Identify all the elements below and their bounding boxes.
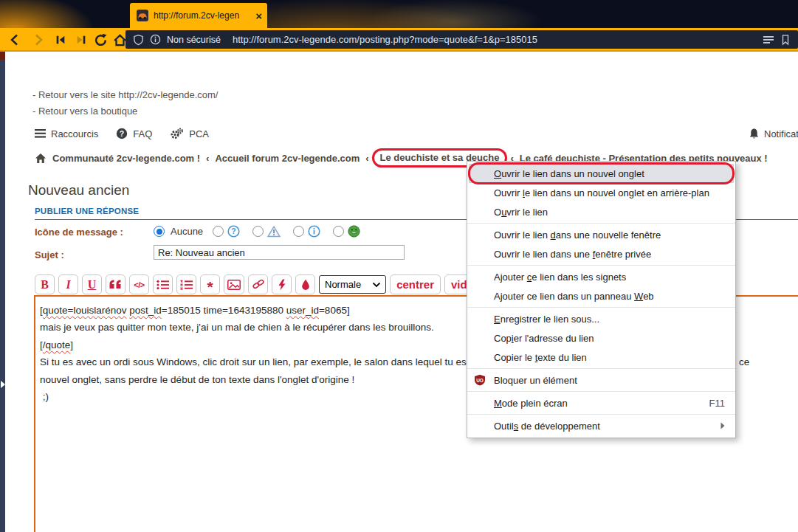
menu-separator <box>467 368 735 369</box>
svg-text:?: ? <box>120 129 124 138</box>
sidebar-edge <box>0 52 5 532</box>
quote-button[interactable] <box>106 274 125 294</box>
menu-item-open-link-new-tab[interactable]: Ouvrir le lien dans un nouvel onglet <box>469 164 734 183</box>
center-button[interactable]: centrer <box>390 274 441 294</box>
font-size-select[interactable]: Normale <box>319 275 386 294</box>
reload-icon <box>94 33 108 47</box>
url-bar[interactable]: Non sécurisé http://forum.2cv-legende.co… <box>125 30 798 49</box>
menu-separator <box>467 223 735 224</box>
shield-icon <box>133 34 144 46</box>
reader-mode-icon[interactable] <box>763 35 774 45</box>
insert-link-button[interactable] <box>248 274 268 294</box>
flash-button[interactable] <box>272 274 292 294</box>
chevron-down-icon <box>373 283 380 287</box>
sidebar-edge-top <box>0 52 5 60</box>
menu-item-label: Ajouter ce lien dans un panneau Web <box>494 291 725 302</box>
link-back-to-shop[interactable]: - Retour vers la boutique <box>32 106 137 117</box>
menu-item-open-link[interactable]: Ouvrir le lien <box>467 202 735 221</box>
menu-separator <box>467 265 735 266</box>
skip-end-button[interactable] <box>72 31 90 49</box>
submenu-arrow-icon <box>720 422 725 429</box>
context-menu: Ouvrir le lien dans un nouvel onglet Ouv… <box>467 161 736 438</box>
menu-item-block-element[interactable]: UO Bloquer un élément <box>467 370 735 390</box>
back-icon <box>8 33 21 46</box>
ublock-icon: UO <box>474 374 486 386</box>
bold-button[interactable]: B <box>35 274 55 294</box>
quick-link-faq[interactable]: FAQ <box>133 128 152 139</box>
bullet-list-button[interactable] <box>153 274 173 294</box>
menu-separator <box>467 414 735 415</box>
breadcrumb-item-forum-home[interactable]: Accueil forum 2cv-legende.com <box>215 153 360 164</box>
list-item-button[interactable]: * <box>200 274 220 294</box>
menu-item-open-link-new-window[interactable]: Ouvrir le lien dans une nouvelle fenêtre <box>467 225 735 244</box>
active-tab[interactable]: http://forum.2cv-legen × <box>130 3 267 28</box>
warning-icon <box>267 226 281 238</box>
radio-icon-question[interactable] <box>213 226 224 237</box>
quote-icon <box>109 280 122 289</box>
breadcrumb-item-community[interactable]: Communauté 2cv-legende.com ! <box>52 153 200 164</box>
menu-item-label: Copier le texte du lien <box>494 352 725 363</box>
quick-links-bar: Raccourcis ? FAQ PCA <box>35 128 209 139</box>
navigation-toolbar: Non sécurisé http://forum.2cv-legende.co… <box>0 28 798 52</box>
quick-link-shortcuts[interactable]: Raccourcis <box>51 128 98 139</box>
green-smiley-icon <box>348 225 360 238</box>
breadcrumb-home-icon <box>35 153 47 164</box>
font-size-value: Normale <box>325 279 361 290</box>
quick-link-pca[interactable]: PCA <box>189 128 209 139</box>
message-icon-label: Icône de message : <box>35 227 123 238</box>
gears-icon <box>170 128 184 139</box>
breadcrumb-separator: ‹ <box>365 153 368 164</box>
underline-button[interactable]: U <box>82 274 102 294</box>
menu-shortcut: F11 <box>709 398 725 409</box>
menu-item-label: Copier l'adresse du lien <box>494 333 725 344</box>
bullet-list-icon <box>156 280 169 290</box>
menu-item-add-link-web-panel[interactable]: Ajouter ce lien dans un panneau Web <box>467 286 735 305</box>
radio-icon-none[interactable] <box>154 226 165 237</box>
svg-text:UO: UO <box>476 378 484 383</box>
insert-image-button[interactable] <box>224 274 244 294</box>
menu-item-label: Ouvrir le lien <box>494 207 725 218</box>
radio-icon-smiley[interactable] <box>333 226 344 237</box>
image-icon <box>227 280 241 290</box>
subject-label: Sujet : <box>35 249 64 260</box>
menu-item-bookmark-link[interactable]: Ajouter ce lien dans les signets <box>467 267 735 286</box>
link-icon <box>252 279 264 290</box>
numbered-list-button[interactable] <box>176 274 196 294</box>
radio-icon-warning[interactable] <box>252 226 264 237</box>
menu-item-label: Ouvrir le lien dans une fenêtre privée <box>494 249 725 260</box>
tab-close-icon[interactable]: × <box>255 10 262 21</box>
svg-text:?: ? <box>231 227 235 235</box>
menu-item-label: Outils de développement <box>494 421 712 432</box>
code-button[interactable]: </> <box>129 274 149 294</box>
notifications-link[interactable]: Notifications <box>749 128 798 139</box>
menu-item-copy-link-address[interactable]: Copier l'adresse du lien <box>467 328 735 348</box>
menu-item-developer-tools[interactable]: Outils de développement <box>467 416 735 435</box>
url-text[interactable]: http://forum.2cv-legende.com/posting.php… <box>233 34 757 45</box>
forward-icon <box>32 33 45 46</box>
subject-input[interactable] <box>154 245 405 260</box>
menu-item-fullscreen-mode[interactable]: Mode plein écran F11 <box>467 393 735 412</box>
menu-item-label: Ouvrir le lien dans un nouvel onglet en … <box>494 187 725 198</box>
sidebar-expand-arrow-icon[interactable] <box>1 381 5 388</box>
breadcrumb-separator: ‹ <box>206 153 209 164</box>
skip-end-icon <box>75 34 87 46</box>
menu-item-save-link-as[interactable]: Enregistrer le lien sous... <box>467 309 735 328</box>
skip-start-icon <box>55 34 66 46</box>
back-button[interactable] <box>6 31 24 49</box>
menu-separator <box>467 391 735 392</box>
lightning-icon <box>278 279 286 291</box>
menu-item-label: Mode plein écran <box>494 398 696 409</box>
info-icon <box>150 34 161 45</box>
menu-item-open-link-private-window[interactable]: Ouvrir le lien dans une fenêtre privée <box>467 244 735 263</box>
menu-item-copy-link-text[interactable]: Copier le texte du lien <box>467 348 735 367</box>
skip-start-button[interactable] <box>52 31 69 49</box>
reload-button[interactable] <box>92 31 109 49</box>
forward-button[interactable] <box>30 31 47 49</box>
link-back-to-site[interactable]: - Retour vers le site http://2cv-legende… <box>32 89 218 100</box>
italic-button[interactable]: I <box>58 274 78 294</box>
security-label: Non sécurisé <box>167 35 221 45</box>
radio-icon-info[interactable] <box>293 226 304 237</box>
color-drop-button[interactable] <box>295 274 315 294</box>
menu-item-open-link-new-tab-background[interactable]: Ouvrir le lien dans un nouvel onglet en … <box>467 183 735 202</box>
bookmark-icon[interactable] <box>780 34 791 46</box>
